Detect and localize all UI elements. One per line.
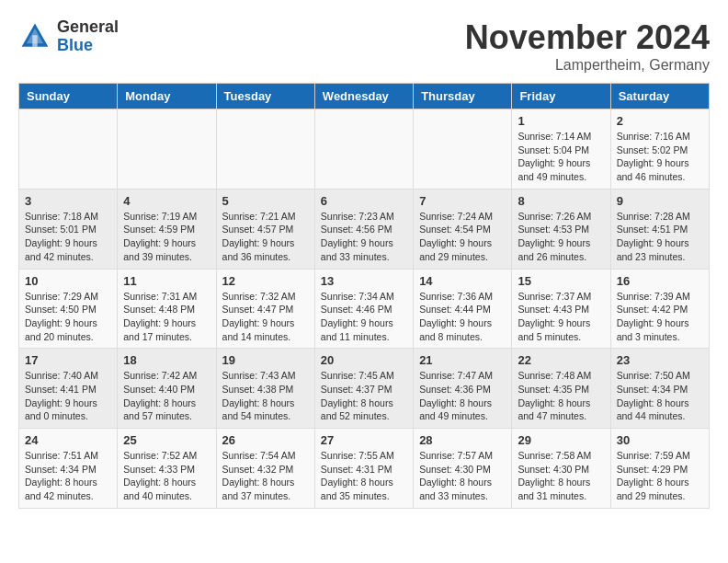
- day-number: 23: [617, 353, 703, 367]
- day-info: Sunrise: 7:31 AM Sunset: 4:48 PM Dayligh…: [123, 290, 210, 344]
- day-number: 9: [617, 194, 703, 208]
- day-number: 16: [617, 274, 703, 288]
- calendar-cell: 11Sunrise: 7:31 AM Sunset: 4:48 PM Dayli…: [118, 269, 216, 349]
- calendar-cell: 7Sunrise: 7:24 AM Sunset: 4:54 PM Daylig…: [414, 189, 512, 269]
- day-info: Sunrise: 7:16 AM Sunset: 5:02 PM Dayligh…: [617, 130, 703, 184]
- day-info: Sunrise: 7:48 AM Sunset: 4:35 PM Dayligh…: [518, 369, 604, 423]
- calendar-cell: 14Sunrise: 7:36 AM Sunset: 4:44 PM Dayli…: [414, 269, 512, 349]
- calendar-cell: 6Sunrise: 7:23 AM Sunset: 4:56 PM Daylig…: [314, 189, 413, 269]
- column-header-saturday: Saturday: [610, 84, 709, 109]
- calendar-cell: 2Sunrise: 7:16 AM Sunset: 5:02 PM Daylig…: [610, 109, 709, 190]
- day-number: 13: [321, 274, 407, 288]
- day-info: Sunrise: 7:43 AM Sunset: 4:38 PM Dayligh…: [222, 369, 309, 423]
- day-number: 28: [419, 433, 506, 447]
- day-info: Sunrise: 7:57 AM Sunset: 4:30 PM Dayligh…: [419, 449, 506, 503]
- calendar-cell: [314, 109, 413, 190]
- day-number: 22: [518, 353, 604, 367]
- day-info: Sunrise: 7:34 AM Sunset: 4:46 PM Dayligh…: [321, 290, 407, 344]
- column-header-friday: Friday: [512, 84, 610, 109]
- column-header-tuesday: Tuesday: [216, 84, 314, 109]
- calendar-cell: 22Sunrise: 7:48 AM Sunset: 4:35 PM Dayli…: [512, 349, 610, 429]
- calendar-week-row: 1Sunrise: 7:14 AM Sunset: 5:04 PM Daylig…: [19, 109, 710, 190]
- calendar-week-row: 3Sunrise: 7:18 AM Sunset: 5:01 PM Daylig…: [19, 189, 710, 269]
- calendar-cell: 24Sunrise: 7:51 AM Sunset: 4:34 PM Dayli…: [19, 429, 118, 509]
- logo-icon: [18, 20, 51, 53]
- day-info: Sunrise: 7:51 AM Sunset: 4:34 PM Dayligh…: [25, 449, 111, 503]
- day-number: 29: [518, 433, 604, 447]
- day-info: Sunrise: 7:45 AM Sunset: 4:37 PM Dayligh…: [321, 369, 407, 423]
- calendar-cell: [414, 109, 512, 190]
- calendar-cell: 12Sunrise: 7:32 AM Sunset: 4:47 PM Dayli…: [216, 269, 314, 349]
- column-header-sunday: Sunday: [19, 84, 118, 109]
- day-number: 3: [25, 194, 111, 208]
- day-number: 25: [123, 433, 210, 447]
- day-info: Sunrise: 7:54 AM Sunset: 4:32 PM Dayligh…: [222, 449, 309, 503]
- day-number: 5: [222, 194, 309, 208]
- day-number: 11: [123, 274, 210, 288]
- day-number: 10: [25, 274, 111, 288]
- day-info: Sunrise: 7:21 AM Sunset: 4:57 PM Dayligh…: [222, 210, 309, 264]
- day-info: Sunrise: 7:36 AM Sunset: 4:44 PM Dayligh…: [419, 290, 506, 344]
- calendar-cell: 15Sunrise: 7:37 AM Sunset: 4:43 PM Dayli…: [512, 269, 610, 349]
- location: Lampertheim, Germany: [465, 57, 710, 74]
- calendar-cell: 20Sunrise: 7:45 AM Sunset: 4:37 PM Dayli…: [314, 349, 413, 429]
- day-number: 4: [123, 194, 210, 208]
- calendar-cell: 17Sunrise: 7:40 AM Sunset: 4:41 PM Dayli…: [19, 349, 118, 429]
- calendar-cell: 27Sunrise: 7:55 AM Sunset: 4:31 PM Dayli…: [314, 429, 413, 509]
- day-number: 6: [321, 194, 407, 208]
- calendar-cell: 28Sunrise: 7:57 AM Sunset: 4:30 PM Dayli…: [414, 429, 512, 509]
- page-header: General Blue November 2024 Lampertheim, …: [18, 18, 710, 74]
- calendar-cell: 5Sunrise: 7:21 AM Sunset: 4:57 PM Daylig…: [216, 189, 314, 269]
- day-info: Sunrise: 7:42 AM Sunset: 4:40 PM Dayligh…: [123, 369, 210, 423]
- calendar-cell: 8Sunrise: 7:26 AM Sunset: 4:53 PM Daylig…: [512, 189, 610, 269]
- day-info: Sunrise: 7:23 AM Sunset: 4:56 PM Dayligh…: [321, 210, 407, 264]
- day-number: 17: [25, 353, 111, 367]
- calendar-cell: [216, 109, 314, 190]
- day-number: 12: [222, 274, 309, 288]
- calendar-header-row: SundayMondayTuesdayWednesdayThursdayFrid…: [19, 84, 710, 109]
- day-number: 15: [518, 274, 604, 288]
- calendar-week-row: 24Sunrise: 7:51 AM Sunset: 4:34 PM Dayli…: [19, 429, 710, 509]
- day-info: Sunrise: 7:52 AM Sunset: 4:33 PM Dayligh…: [123, 449, 210, 503]
- day-info: Sunrise: 7:59 AM Sunset: 4:29 PM Dayligh…: [617, 449, 703, 503]
- day-number: 24: [25, 433, 111, 447]
- svg-rect-2: [32, 35, 37, 47]
- day-info: Sunrise: 7:50 AM Sunset: 4:34 PM Dayligh…: [617, 369, 703, 423]
- calendar-cell: 9Sunrise: 7:28 AM Sunset: 4:51 PM Daylig…: [610, 189, 709, 269]
- day-info: Sunrise: 7:40 AM Sunset: 4:41 PM Dayligh…: [25, 369, 111, 423]
- calendar-cell: 4Sunrise: 7:19 AM Sunset: 4:59 PM Daylig…: [118, 189, 216, 269]
- day-number: 27: [321, 433, 407, 447]
- calendar-cell: 3Sunrise: 7:18 AM Sunset: 5:01 PM Daylig…: [19, 189, 118, 269]
- calendar-cell: 21Sunrise: 7:47 AM Sunset: 4:36 PM Dayli…: [414, 349, 512, 429]
- day-number: 21: [419, 353, 506, 367]
- calendar-cell: [19, 109, 118, 190]
- calendar-table: SundayMondayTuesdayWednesdayThursdayFrid…: [18, 83, 710, 509]
- calendar-cell: 30Sunrise: 7:59 AM Sunset: 4:29 PM Dayli…: [610, 429, 709, 509]
- calendar-cell: 1Sunrise: 7:14 AM Sunset: 5:04 PM Daylig…: [512, 109, 610, 190]
- day-info: Sunrise: 7:55 AM Sunset: 4:31 PM Dayligh…: [321, 449, 407, 503]
- logo: General Blue: [18, 18, 119, 55]
- day-number: 2: [617, 114, 703, 128]
- day-number: 7: [419, 194, 506, 208]
- calendar-week-row: 17Sunrise: 7:40 AM Sunset: 4:41 PM Dayli…: [19, 349, 710, 429]
- day-info: Sunrise: 7:26 AM Sunset: 4:53 PM Dayligh…: [518, 210, 604, 264]
- logo-text: General Blue: [57, 18, 119, 55]
- calendar-cell: 19Sunrise: 7:43 AM Sunset: 4:38 PM Dayli…: [216, 349, 314, 429]
- calendar-cell: 23Sunrise: 7:50 AM Sunset: 4:34 PM Dayli…: [610, 349, 709, 429]
- calendar-week-row: 10Sunrise: 7:29 AM Sunset: 4:50 PM Dayli…: [19, 269, 710, 349]
- day-info: Sunrise: 7:37 AM Sunset: 4:43 PM Dayligh…: [518, 290, 604, 344]
- day-number: 20: [321, 353, 407, 367]
- day-number: 14: [419, 274, 506, 288]
- calendar-cell: 25Sunrise: 7:52 AM Sunset: 4:33 PM Dayli…: [118, 429, 216, 509]
- day-number: 26: [222, 433, 309, 447]
- day-number: 1: [518, 114, 604, 128]
- day-info: Sunrise: 7:18 AM Sunset: 5:01 PM Dayligh…: [25, 210, 111, 264]
- day-number: 30: [617, 433, 703, 447]
- day-info: Sunrise: 7:14 AM Sunset: 5:04 PM Dayligh…: [518, 130, 604, 184]
- calendar-cell: [118, 109, 216, 190]
- month-title: November 2024: [465, 18, 710, 57]
- day-info: Sunrise: 7:24 AM Sunset: 4:54 PM Dayligh…: [419, 210, 506, 264]
- calendar-body: 1Sunrise: 7:14 AM Sunset: 5:04 PM Daylig…: [19, 109, 710, 509]
- calendar-cell: 29Sunrise: 7:58 AM Sunset: 4:30 PM Dayli…: [512, 429, 610, 509]
- day-info: Sunrise: 7:39 AM Sunset: 4:42 PM Dayligh…: [617, 290, 703, 344]
